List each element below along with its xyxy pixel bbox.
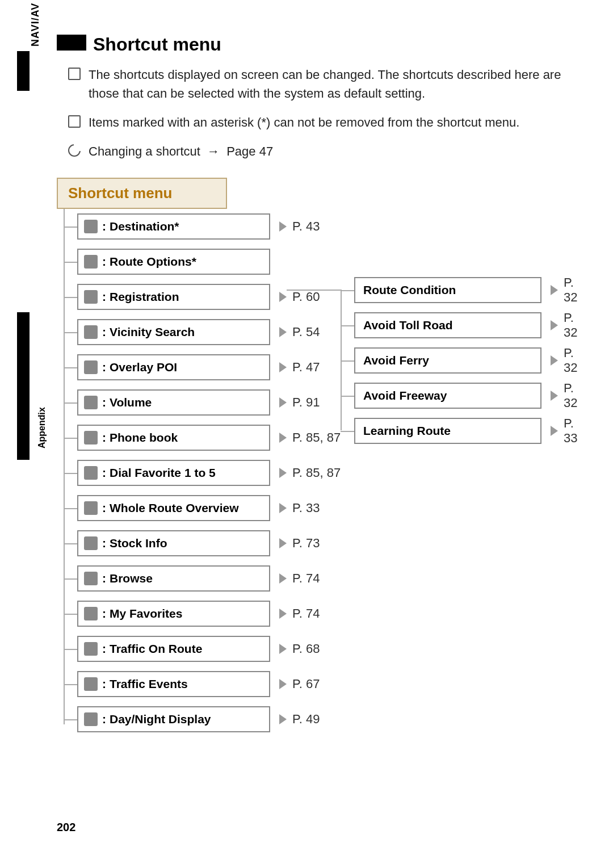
shortcut-label: Volume <box>110 396 152 409</box>
tree-connector <box>64 297 77 298</box>
colon: : <box>102 220 106 233</box>
tree-connector <box>341 396 354 397</box>
tree-title-box: Shortcut menu <box>57 178 227 209</box>
page-reference: P. 47 <box>279 354 320 380</box>
colon: : <box>102 642 106 656</box>
shortcut-item-box: :Traffic Events <box>77 671 270 697</box>
tree-connector <box>341 290 354 291</box>
triangle-right-icon <box>279 362 287 372</box>
page-reference-text: P. 43 <box>292 219 320 234</box>
page-reference: P. 67 <box>279 671 320 697</box>
crossref-text: Changing a shortcut → Page 47 <box>89 142 273 161</box>
manual-page: NAVI/AV Appendix Shortcut menu The short… <box>0 0 613 868</box>
triangle-right-icon <box>279 714 287 724</box>
shortcut-icon <box>84 431 98 445</box>
page-reference-text: P. 73 <box>292 536 320 551</box>
page-reference: P. 32 <box>551 383 577 409</box>
page-reference-text: P. 47 <box>292 360 320 375</box>
shortcut-label: Registration <box>110 290 179 304</box>
page-reference: P. 32 <box>551 277 577 303</box>
page-reference: P. 32 <box>551 312 577 338</box>
triangle-right-icon <box>279 679 287 689</box>
colon: : <box>102 325 106 339</box>
page-reference: P. 54 <box>279 319 320 345</box>
page-reference-text: P. 74 <box>292 606 320 621</box>
tree-connector <box>64 508 77 509</box>
triangle-right-icon <box>279 221 287 232</box>
shortcut-item: :Route Options* <box>64 244 562 279</box>
shortcut-item: :Traffic On RouteP. 68 <box>64 631 562 666</box>
shortcut-item-box: :Volume <box>77 389 270 416</box>
shortcut-icon <box>84 642 98 656</box>
page-reference-text: P. 32 <box>564 275 577 305</box>
shortcut-label: Stock Info <box>110 536 167 550</box>
triangle-right-icon <box>551 285 558 295</box>
tree-connector <box>64 543 77 544</box>
shortcut-icon <box>84 220 98 233</box>
shortcut-item-box: :Whole Route Overview <box>77 495 270 521</box>
page-reference-text: P. 91 <box>292 395 320 410</box>
colon: : <box>102 536 106 550</box>
subitem-label: Avoid Freeway <box>363 389 447 402</box>
page-reference: P. 74 <box>279 565 320 592</box>
colon: : <box>102 712 106 726</box>
page-reference-text: P. 85, 87 <box>292 466 341 480</box>
colon: : <box>102 677 106 691</box>
page-reference: P. 73 <box>279 530 320 556</box>
side-tab-marker-appendix <box>17 312 30 460</box>
tree-connector <box>64 578 77 580</box>
triangle-right-icon <box>551 355 558 366</box>
page-reference: P. 91 <box>279 389 320 416</box>
page-reference-text: P. 49 <box>292 712 320 727</box>
page-reference: P. 49 <box>279 706 320 732</box>
page-reference: P. 33 <box>279 495 320 521</box>
shortcut-icon <box>84 501 98 515</box>
page-reference-text: P. 68 <box>292 641 320 656</box>
tree-connector <box>341 325 354 326</box>
shortcut-item: :Traffic EventsP. 67 <box>64 666 562 702</box>
page-reference-text: P. 60 <box>292 290 320 304</box>
triangle-right-icon <box>279 468 287 478</box>
crossref-bullet-icon <box>68 144 81 157</box>
note-text: Items marked with an asterisk (*) can no… <box>89 113 519 132</box>
shortcut-icon <box>84 677 98 691</box>
shortcut-item-box: :Day/Night Display <box>77 706 270 732</box>
triangle-right-icon <box>279 327 287 337</box>
shortcut-item-box: :Registration <box>77 284 270 310</box>
colon: : <box>102 607 106 620</box>
crossref-page: Page 47 <box>226 144 273 158</box>
page-reference-text: P. 85, 87 <box>292 430 341 445</box>
tree-connector <box>64 614 77 615</box>
colon: : <box>102 572 106 585</box>
shortcut-icon <box>84 536 98 550</box>
shortcut-label: Dial Favorite 1 to 5 <box>110 466 216 480</box>
shortcut-icon <box>84 290 98 304</box>
shortcut-icon <box>84 396 98 409</box>
shortcut-label: My Favorites <box>110 607 182 620</box>
triangle-right-icon <box>551 391 558 401</box>
page-reference: P. 85, 87 <box>279 460 341 486</box>
tree-body: :Destination*P. 43:Route Options*:Regist… <box>57 209 562 737</box>
shortcut-item-box: :Browse <box>77 565 270 592</box>
triangle-right-icon <box>279 573 287 584</box>
shortcut-icon <box>84 360 98 374</box>
shortcut-item: :Whole Route OverviewP. 33 <box>64 490 562 526</box>
subtree-connector <box>287 290 341 291</box>
shortcut-item-box: :Stock Info <box>77 530 270 556</box>
subtree-trunk-line <box>341 290 342 430</box>
shortcut-label: Browse <box>110 572 153 585</box>
note-bullet-icon <box>68 115 81 128</box>
tree-connector <box>341 431 354 432</box>
colon: : <box>102 396 106 409</box>
shortcut-label: Traffic On Route <box>110 642 202 656</box>
subitem-box: Avoid Ferry <box>354 347 541 374</box>
shortcut-icon <box>84 572 98 585</box>
colon: : <box>102 501 106 515</box>
shortcut-item-box: :My Favorites <box>77 601 270 627</box>
page-reference-text: P. 32 <box>564 311 577 340</box>
page-reference-text: P. 74 <box>292 571 320 586</box>
shortcut-item-box: :Phone book <box>77 425 270 451</box>
arrow-right-icon: → <box>207 142 220 161</box>
shortcut-label: Overlay POI <box>110 360 177 374</box>
page-title: Shortcut menu <box>57 34 562 55</box>
